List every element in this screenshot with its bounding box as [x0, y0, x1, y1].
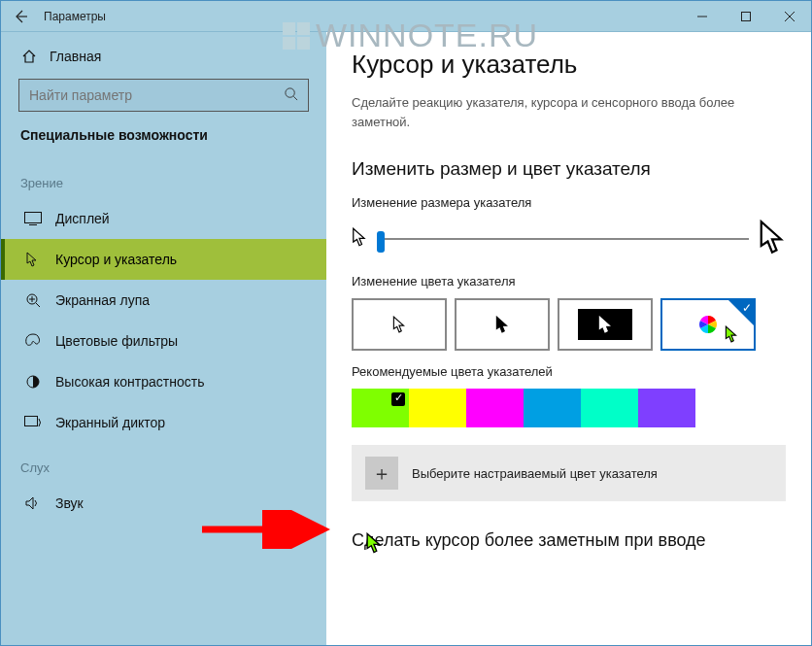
- close-button[interactable]: [767, 1, 811, 31]
- back-button[interactable]: [1, 1, 40, 31]
- maximize-button[interactable]: [724, 1, 767, 31]
- sidebar-item-filters[interactable]: Цветовые фильтры: [1, 321, 326, 361]
- close-icon: [785, 12, 795, 21]
- maximize-icon: [741, 12, 751, 21]
- color-swatch[interactable]: [581, 389, 638, 427]
- sidebar-item-label: Звук: [55, 495, 84, 511]
- palette-icon: [24, 332, 42, 350]
- custom-color-row[interactable]: ＋ Выберите настраиваемый цвет указателя: [352, 445, 786, 501]
- group-vision: Зрение: [1, 158, 326, 198]
- label-recommended: Рекомендуемые цвета указателей: [352, 364, 786, 379]
- custom-color-label: Выберите настраиваемый цвет указателя: [412, 466, 658, 481]
- sidebar-item-contrast[interactable]: Высокая контрастность: [1, 361, 326, 402]
- sidebar-item-label: Дисплей: [55, 211, 110, 226]
- label-color: Изменение цвета указателя: [352, 274, 786, 289]
- sidebar-item-sound[interactable]: Звук: [1, 483, 326, 524]
- sidebar-item-label: Экранная лупа: [55, 292, 150, 308]
- display-icon: [24, 210, 42, 227]
- search-icon: [284, 86, 298, 104]
- recommended-colors: [352, 389, 786, 427]
- home-link[interactable]: Главная: [1, 40, 326, 73]
- slider-thumb[interactable]: [377, 231, 385, 253]
- section-cursor-visible: Сделать курсор более заметным при вводе: [352, 530, 786, 551]
- arrow-left-icon: [13, 9, 28, 24]
- label-size: Изменение размера указателя: [352, 195, 786, 210]
- color-swatch[interactable]: [466, 389, 524, 427]
- pointer-custom-color-option[interactable]: [660, 298, 756, 351]
- search-field[interactable]: [29, 87, 284, 103]
- color-wheel-icon: [697, 314, 719, 335]
- search-input[interactable]: [18, 79, 309, 112]
- svg-line-5: [293, 96, 297, 100]
- sidebar-item-label: Экранный диктор: [55, 415, 165, 430]
- svg-point-4: [286, 88, 294, 97]
- cursor-hand-icon: [24, 251, 42, 268]
- pointer-black-option[interactable]: [455, 298, 550, 351]
- page-title: Курсор и указатель: [352, 50, 786, 80]
- sidebar-item-magnifier[interactable]: Экранная лупа: [1, 280, 326, 321]
- page-description: Сделайте реакцию указателя, курсора и се…: [352, 93, 786, 131]
- color-swatch[interactable]: [638, 389, 695, 427]
- minimize-button[interactable]: [680, 1, 724, 31]
- titlebar: Параметры: [1, 1, 811, 32]
- sound-icon: [24, 494, 42, 512]
- color-swatch[interactable]: [352, 389, 409, 427]
- content-pane: Курсор и указатель Сделайте реакцию указ…: [326, 32, 811, 645]
- sidebar-item-label: Курсор и указатель: [55, 252, 177, 267]
- pointer-size-slider[interactable]: [377, 238, 749, 240]
- sidebar-item-narrator[interactable]: Экранный диктор: [1, 402, 326, 443]
- sidebar-item-display[interactable]: Дисплей: [1, 198, 326, 239]
- pointer-size-slider-row: [352, 220, 786, 258]
- sidebar: Главная Специальные возможности Зрение Д…: [1, 32, 326, 645]
- cursor-small-icon: [352, 227, 367, 251]
- magnifier-icon: [24, 291, 42, 309]
- color-swatch[interactable]: [524, 389, 581, 427]
- minimize-icon: [697, 12, 707, 21]
- sidebar-item-label: Высокая контрастность: [55, 374, 204, 390]
- window-title: Параметры: [40, 10, 680, 23]
- pointer-white-option[interactable]: [352, 298, 447, 351]
- home-label: Главная: [50, 49, 101, 64]
- svg-rect-13: [25, 417, 38, 426]
- category-label: Специальные возможности: [1, 127, 326, 158]
- narrator-icon: [24, 414, 42, 431]
- home-icon: [20, 48, 38, 65]
- sidebar-item-cursor[interactable]: Курсор и указатель: [1, 239, 326, 280]
- section-size-color: Изменить размер и цвет указателя: [352, 158, 786, 180]
- cursor-large-icon: [759, 220, 786, 258]
- sidebar-item-label: Цветовые фильтры: [55, 333, 178, 349]
- contrast-icon: [24, 373, 42, 391]
- svg-rect-1: [741, 12, 750, 20]
- svg-rect-6: [25, 213, 42, 223]
- svg-line-11: [36, 303, 40, 307]
- color-swatch[interactable]: [409, 389, 466, 427]
- add-custom-color-button[interactable]: ＋: [365, 457, 398, 490]
- plus-icon: ＋: [372, 460, 391, 487]
- group-hearing: Слух: [1, 443, 326, 483]
- pointer-inverted-option[interactable]: [558, 298, 653, 351]
- pointer-color-options: [352, 298, 786, 351]
